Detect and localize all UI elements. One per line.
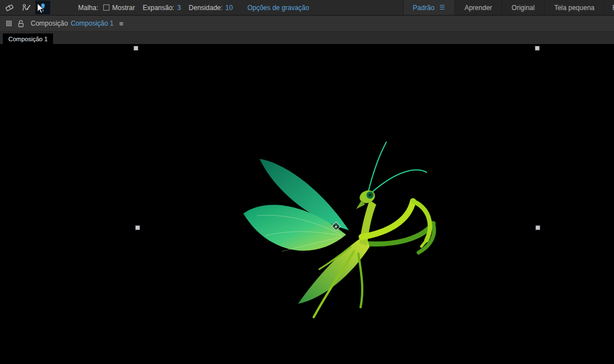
panel-title: Composição bbox=[31, 20, 68, 27]
composition-viewport[interactable] bbox=[0, 44, 614, 364]
expansion-label: Expansão: bbox=[143, 4, 175, 12]
panel-icon bbox=[6, 21, 12, 26]
eraser-tool-button[interactable] bbox=[2, 1, 17, 14]
workspace-tab-truncated[interactable]: B bbox=[604, 0, 614, 15]
density-label: Densidade: bbox=[189, 4, 223, 12]
puppet-pin-icon bbox=[39, 3, 47, 13]
record-options-link[interactable]: Opções de gravação bbox=[247, 4, 309, 12]
mesh-show-checkbox[interactable] bbox=[103, 4, 109, 11]
workspace-switcher: Padrão ☰ Aprender Original Tela pequena … bbox=[403, 0, 614, 15]
viewer-tab-composicao-1[interactable]: Composição 1 bbox=[3, 33, 53, 44]
mesh-show-label: Mostrar bbox=[112, 4, 135, 12]
puppet-pin-tool-button[interactable] bbox=[35, 1, 50, 14]
selection-handle-top-left[interactable] bbox=[134, 46, 138, 50]
selection-handle-right-center[interactable] bbox=[536, 226, 540, 230]
lock-icon[interactable] bbox=[18, 20, 24, 27]
selection-handle-left-center[interactable] bbox=[136, 226, 140, 230]
workspace-menu-icon[interactable]: ☰ bbox=[439, 4, 445, 11]
workspace-tab-original[interactable]: Original bbox=[502, 0, 544, 15]
density-value[interactable]: 10 bbox=[226, 4, 233, 12]
tool-options-bar: Malha: Mostrar Expansão: 3 Densidade: 10… bbox=[0, 0, 614, 16]
app-window: Malha: Mostrar Expansão: 3 Densidade: 10… bbox=[0, 0, 614, 364]
viewer-tab-row: Composição 1 bbox=[0, 32, 614, 44]
workspace-tab-padrao[interactable]: Padrão ☰ bbox=[404, 0, 455, 15]
composition-name[interactable]: Composição 1 bbox=[71, 20, 114, 27]
expansion-value[interactable]: 3 bbox=[177, 4, 181, 12]
selection-handle-top-right[interactable] bbox=[535, 46, 539, 50]
workspace-tab-tela-pequena[interactable]: Tela pequena bbox=[544, 0, 604, 15]
mesh-label: Malha: bbox=[78, 4, 98, 12]
eraser-icon bbox=[4, 3, 15, 12]
panel-menu-icon[interactable]: ≡ bbox=[119, 20, 123, 28]
roto-brush-icon bbox=[21, 3, 31, 12]
workspace-tab-aprender[interactable]: Aprender bbox=[454, 0, 501, 15]
mantis-artwork bbox=[234, 137, 458, 326]
roto-brush-tool-button[interactable] bbox=[18, 1, 33, 14]
composition-panel-header: Composição Composição 1 ≡ bbox=[0, 16, 614, 32]
